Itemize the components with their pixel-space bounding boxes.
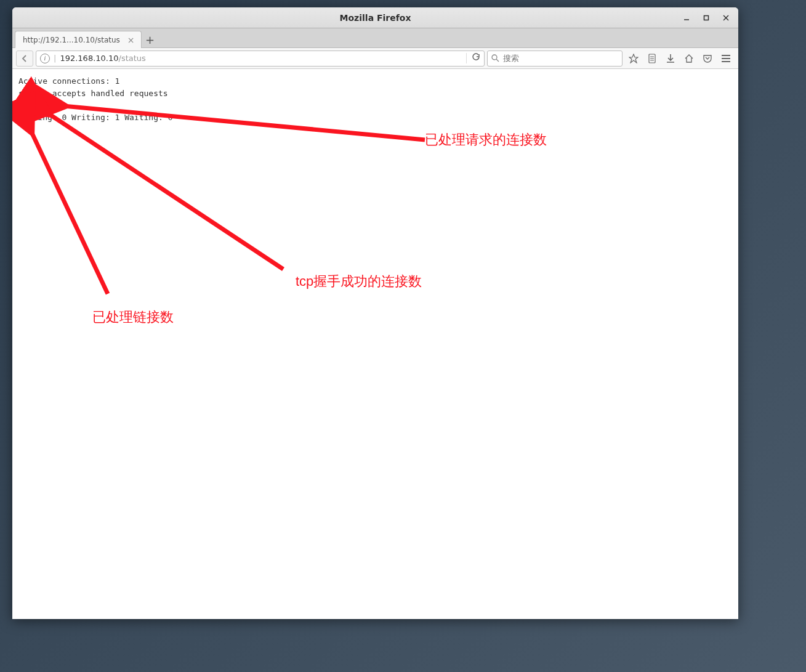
home-button[interactable] [680,51,698,67]
url-path: /status [119,54,146,63]
address-bar[interactable]: i | 192.168.10.10/status [36,51,485,67]
back-button[interactable] [16,51,33,67]
toolbar: i | 192.168.10.10/status [12,48,738,69]
bookmarks-list-button[interactable] [643,51,661,67]
firefox-window: Mozilla Firefox http://192.1...10.10/sta… [12,7,738,619]
star-icon [629,54,639,63]
pocket-button[interactable] [699,51,716,67]
site-info-icon[interactable]: i [40,54,50,63]
tab-close-button[interactable]: × [126,35,136,45]
window-controls [677,7,736,28]
new-tab-button[interactable]: + [142,31,159,47]
clipboard-icon [648,54,656,63]
title-bar: Mozilla Firefox [12,7,738,28]
reload-button[interactable] [466,53,480,63]
reload-icon [472,53,480,62]
search-input[interactable] [503,54,618,63]
status-line-1: Active connections: 1 [18,76,124,86]
url-display: 192.168.10.10/status [60,54,145,63]
maximize-button[interactable] [696,9,716,26]
svg-rect-1 [704,15,709,20]
minimize-icon [683,15,690,21]
svg-point-4 [492,55,497,60]
window-title: Mozilla Firefox [340,13,411,23]
status-line-4: Reading: 0 Writing: 1 Waiting: 0 [18,113,177,122]
download-icon [666,54,675,63]
status-line-2: server accepts handled requests [18,89,168,98]
maximize-icon [703,15,709,21]
search-icon [491,54,499,62]
divider: | [54,54,56,63]
svg-line-5 [496,59,499,62]
search-bar[interactable] [487,51,623,67]
url-host: 192.168.10.10 [60,54,118,63]
arrow-left-icon [20,54,29,63]
home-icon [684,54,694,63]
minimize-button[interactable] [677,9,696,26]
toolbar-icons [625,51,735,67]
hamburger-icon [721,54,731,63]
close-icon [723,15,729,21]
tab-title: http://192.1...10.10/status [23,36,120,44]
tab-bar: http://192.1...10.10/status × + [12,28,738,48]
close-button[interactable] [716,9,736,26]
page-content: Active connections: 1 server accepts han… [12,69,738,619]
status-line-3: 1 1 5 [18,100,52,110]
browser-tab[interactable]: http://192.1...10.10/status × [15,31,142,48]
menu-button[interactable] [717,51,735,67]
pocket-icon [703,54,712,63]
downloads-button[interactable] [662,51,679,67]
bookmark-star-button[interactable] [625,51,642,67]
